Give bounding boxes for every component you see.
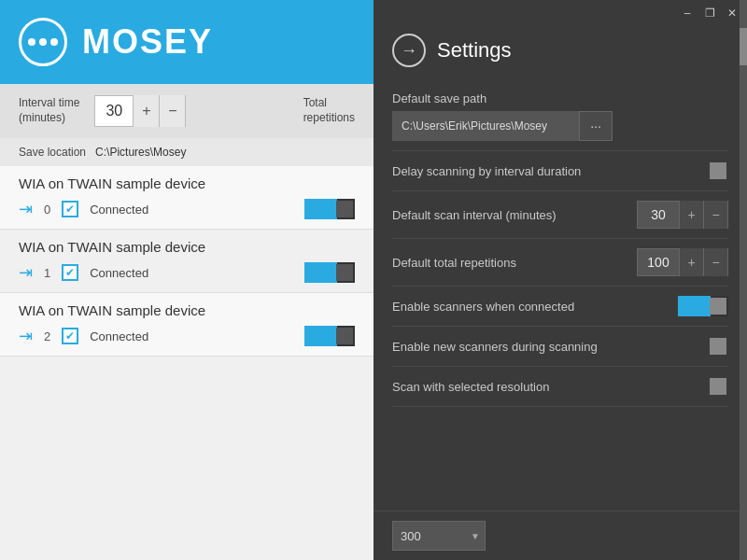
enable-scanners-label: Enable scanners when connected — [392, 300, 678, 314]
scanner-name-2: WIA on TWAIN sample device — [19, 302, 355, 318]
scanner-list: WIA on TWAIN sample device ⇥ 0 ✔ Connect… — [0, 166, 374, 560]
check-mark-2: ✔ — [65, 329, 75, 343]
settings-titlebar: – ❐ ✕ — [374, 0, 747, 26]
toggle-thumb-1 — [336, 264, 353, 281]
scanner-index-0: 0 — [44, 203, 50, 217]
delay-scanning-toggle[interactable] — [678, 161, 728, 181]
toggle-thumb-0 — [336, 201, 353, 217]
default-scan-interval-label: Default scan interval (minutes) — [392, 208, 637, 222]
settings-arrow-icon: → — [392, 34, 426, 67]
app-header: MOSEY — [0, 0, 374, 84]
interval-value: 30 — [95, 95, 133, 127]
default-save-path-row: Default save path ··· — [392, 82, 728, 151]
settings-content: Default save path ··· Delay scanning by … — [374, 82, 747, 511]
total-rep-control: 100 + − — [637, 248, 728, 276]
save-path-input[interactable] — [392, 111, 579, 141]
toggle-track-0 — [304, 199, 355, 219]
enable-scanners-toggle[interactable] — [678, 296, 728, 316]
delay-toggle-thumb — [710, 162, 726, 179]
scanner-index-2: 2 — [44, 329, 50, 343]
save-location-row: Save location C:\Pictures\Mosey — [0, 138, 374, 166]
enable-new-scanners-label: Enable new scanners during scanning — [392, 340, 678, 354]
scanner-item-1: WIA on TWAIN sample device ⇥ 1 ✔ Connect… — [0, 230, 374, 293]
interval-minus-button[interactable]: − — [159, 95, 185, 127]
total-rep-value: 100 — [638, 248, 679, 276]
scan-resolution-thumb — [710, 378, 726, 395]
scrollbar-thumb — [740, 28, 747, 65]
scan-resolution-row: Scan with selected resolution — [392, 367, 728, 407]
logo-dot-1 — [28, 38, 35, 46]
settings-footer: 300 600 1200 ▼ — [374, 511, 747, 560]
save-location-value: C:\Pictures\Mosey — [95, 146, 186, 159]
scanner-item-0: WIA on TWAIN sample device ⇥ 0 ✔ Connect… — [0, 166, 374, 230]
scanner-connected-2: Connected — [90, 329, 148, 343]
scanner-checkbox-2[interactable]: ✔ — [62, 328, 78, 344]
left-panel: MOSEY Interval time (minutes) 30 + − Tot… — [0, 0, 374, 560]
interval-number-control: 30 + − — [94, 95, 186, 127]
enable-new-scanners-row: Enable new scanners during scanning — [392, 327, 728, 367]
settings-panel: – ❐ ✕ → Settings Default save path ··· D… — [374, 0, 747, 560]
scanner-connected-0: Connected — [90, 203, 148, 217]
scanner-status-row-2: ⇥ 2 ✔ Connected — [19, 326, 355, 346]
total-rep-plus-button[interactable]: + — [679, 248, 703, 276]
resolution-select-wrapper: 300 600 1200 ▼ — [392, 521, 486, 551]
logo-circle — [19, 18, 67, 66]
settings-header: → Settings — [374, 26, 747, 82]
default-scan-interval-row: Default scan interval (minutes) 30 + − — [392, 191, 728, 239]
scrollbar[interactable] — [740, 0, 747, 560]
scan-interval-minus-button[interactable]: − — [703, 201, 727, 229]
logo-dot-2 — [39, 38, 47, 46]
scan-interval-value: 30 — [638, 201, 679, 229]
logo-dot-3 — [50, 38, 58, 46]
resolution-select[interactable]: 300 600 1200 — [392, 521, 486, 551]
save-location-label: Save location — [19, 146, 86, 159]
delay-scanning-row: Delay scanning by interval duration — [392, 151, 728, 191]
scan-interval-plus-button[interactable]: + — [679, 201, 703, 229]
check-mark-0: ✔ — [65, 203, 75, 216]
scanner-toggle-0[interactable] — [304, 199, 355, 219]
scanner-name-1: WIA on TWAIN sample device — [19, 239, 355, 255]
scanner-status-row-1: ⇥ 1 ✔ Connected — [19, 262, 355, 283]
default-total-rep-row: Default total repetitions 100 + − — [392, 239, 728, 287]
scanner-toggle-2[interactable] — [304, 326, 355, 346]
interval-label: Interval time — [19, 96, 79, 111]
scanner-icon-2: ⇥ — [19, 326, 33, 346]
browse-button[interactable]: ··· — [579, 111, 613, 141]
scanner-toggle-1[interactable] — [304, 262, 355, 283]
interval-sub-label: (minutes) — [19, 111, 79, 126]
toggle-track-2 — [304, 326, 355, 346]
scan-resolution-toggle[interactable] — [678, 376, 728, 397]
minimize-button[interactable]: – — [680, 6, 695, 21]
path-row: ··· — [392, 111, 728, 141]
default-total-rep-label: Default total repetitions — [392, 256, 637, 270]
scanner-icon-0: ⇥ — [19, 199, 33, 219]
interval-plus-button[interactable]: + — [133, 95, 159, 127]
total-rep-minus-button[interactable]: − — [703, 248, 727, 276]
scanner-status-row-0: ⇥ 0 ✔ Connected — [19, 199, 355, 219]
scan-interval-control: 30 + − — [637, 201, 728, 229]
settings-title: Settings — [437, 38, 512, 63]
check-mark-1: ✔ — [65, 266, 75, 279]
app-name: MOSEY — [82, 22, 213, 62]
scanner-connected-1: Connected — [90, 266, 148, 280]
scanner-item-2: WIA on TWAIN sample device ⇥ 2 ✔ Connect… — [0, 293, 374, 357]
default-save-path-label: Default save path — [392, 91, 728, 105]
enable-scanners-thumb — [710, 298, 726, 315]
scanner-index-1: 1 — [44, 266, 50, 280]
interval-label-group: Interval time (minutes) — [19, 96, 79, 125]
delay-scanning-label: Delay scanning by interval duration — [392, 164, 678, 178]
enable-scanners-row: Enable scanners when connected — [392, 287, 728, 327]
scan-resolution-label: Scan with selected resolution — [392, 380, 678, 394]
scanner-name-0: WIA on TWAIN sample device — [19, 175, 355, 191]
restore-button[interactable]: ❐ — [702, 6, 717, 21]
scanner-checkbox-1[interactable]: ✔ — [62, 264, 78, 281]
total-repetitions-label: Total repetitions — [303, 96, 355, 125]
toggle-track-1 — [304, 262, 355, 283]
interval-controls: Interval time (minutes) 30 + − Total rep… — [0, 84, 374, 138]
scanner-icon-1: ⇥ — [19, 262, 33, 283]
scanner-checkbox-0[interactable]: ✔ — [62, 201, 78, 217]
close-button[interactable]: ✕ — [725, 6, 740, 21]
toggle-thumb-2 — [336, 328, 353, 344]
enable-new-scanners-toggle[interactable] — [678, 336, 728, 357]
enable-new-scanners-thumb — [710, 338, 726, 355]
